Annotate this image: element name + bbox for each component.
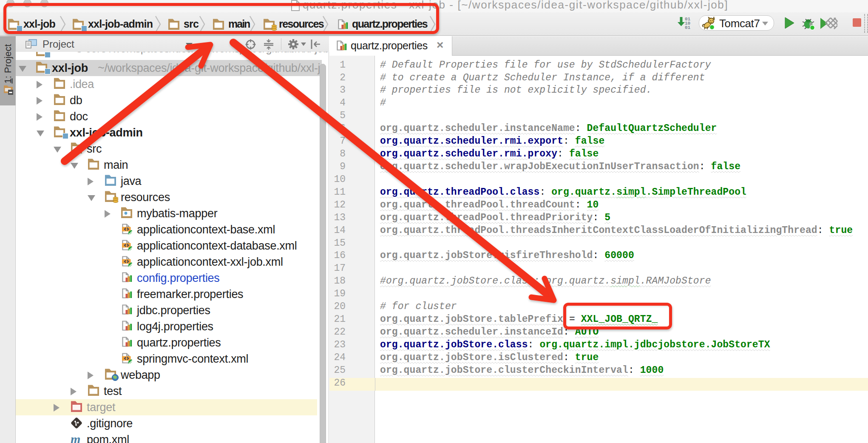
svg-text:01: 01: [685, 25, 691, 30]
